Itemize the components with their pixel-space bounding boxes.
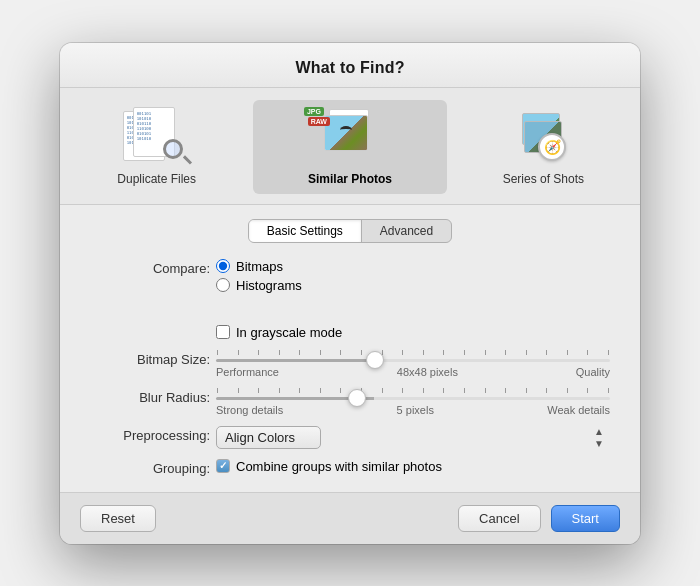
grouping-checkbox[interactable]: ✓ bbox=[216, 459, 230, 473]
category-similar-photos-label: Similar Photos bbox=[308, 172, 392, 186]
compare-bitmaps-radio[interactable] bbox=[216, 259, 230, 273]
right-buttons: Cancel Start bbox=[458, 505, 620, 532]
blur-radius-min-label: Strong details bbox=[216, 404, 283, 416]
bitmap-size-slider-labels: Performance 48x48 pixels Quality bbox=[216, 366, 610, 378]
settings-area: Basic Settings Advanced Compare: Bitmaps… bbox=[60, 205, 640, 492]
preprocessing-dropdown-arrow: ▲ ▼ bbox=[594, 426, 604, 449]
bitmap-size-min-label: Performance bbox=[216, 366, 279, 378]
blur-radius-max-label: Weak details bbox=[547, 404, 610, 416]
start-button[interactable]: Start bbox=[551, 505, 620, 532]
bitmap-size-label: Bitmap Size: bbox=[90, 350, 210, 367]
compass-icon: 🧭 bbox=[544, 139, 561, 155]
blur-radius-slider[interactable] bbox=[216, 397, 610, 400]
grayscale-option[interactable]: In grayscale mode bbox=[216, 325, 342, 340]
compare-bitmaps-option[interactable]: Bitmaps bbox=[216, 259, 302, 274]
category-row: 001101101010010110110100010101101010 001… bbox=[60, 88, 640, 205]
dialog-title: What to Find? bbox=[80, 59, 620, 77]
bitmap-size-control: Performance 48x48 pixels Quality bbox=[216, 350, 610, 378]
tab-advanced[interactable]: Advanced bbox=[362, 220, 451, 242]
compare-histograms-radio[interactable] bbox=[216, 278, 230, 292]
blur-radius-control: Strong details 5 pixels Weak details bbox=[216, 388, 610, 416]
compare-histograms-option[interactable]: Histograms bbox=[216, 278, 302, 293]
category-series-of-shots[interactable]: 🧭 Series of Shots bbox=[447, 100, 640, 194]
grouping-text: Combine groups with similar photos bbox=[236, 459, 442, 474]
preprocessing-label: Preprocessing: bbox=[90, 426, 210, 443]
tab-row: Basic Settings Advanced bbox=[90, 219, 610, 243]
preprocessing-control: Align Colors None Normalize ▲ ▼ bbox=[216, 426, 610, 449]
blur-radius-label: Blur Radius: bbox=[90, 388, 210, 405]
compare-control: Bitmaps Histograms In grayscale mode bbox=[216, 259, 610, 340]
checkmark-icon: ✓ bbox=[219, 461, 227, 471]
bitmap-size-max-label: Quality bbox=[576, 366, 610, 378]
chevron-up-icon: ▲ bbox=[594, 426, 604, 437]
settings-grid: Compare: Bitmaps Histograms In grayscale… bbox=[90, 259, 610, 476]
title-bar: What to Find? bbox=[60, 43, 640, 88]
preprocessing-dropdown-wrapper: Align Colors None Normalize ▲ ▼ bbox=[216, 426, 610, 449]
bitmap-size-center-label: 48x48 pixels bbox=[397, 366, 458, 378]
tab-basic-settings[interactable]: Basic Settings bbox=[249, 220, 361, 242]
blur-radius-center-label: 5 pixels bbox=[397, 404, 434, 416]
compare-bitmaps-label: Bitmaps bbox=[236, 259, 283, 274]
category-similar-photos[interactable]: JPG RAW Similar Photos bbox=[253, 100, 446, 194]
category-duplicate-files[interactable]: 001101101010010110110100010101101010 001… bbox=[60, 100, 253, 194]
bottom-bar: Reset Cancel Start bbox=[60, 492, 640, 544]
what-to-find-dialog: What to Find? 00110110101001011011010001… bbox=[60, 43, 640, 544]
grouping-control: ✓ Combine groups with similar photos bbox=[216, 459, 610, 474]
bitmap-size-slider[interactable] bbox=[216, 359, 610, 362]
tab-group: Basic Settings Advanced bbox=[248, 219, 452, 243]
blur-radius-slider-labels: Strong details 5 pixels Weak details bbox=[216, 404, 610, 416]
duplicate-files-icon: 001101101010010110110100010101101010 001… bbox=[121, 106, 193, 166]
cancel-button[interactable]: Cancel bbox=[458, 505, 540, 532]
category-series-of-shots-label: Series of Shots bbox=[503, 172, 584, 186]
grayscale-checkbox[interactable] bbox=[216, 325, 230, 339]
grayscale-label: In grayscale mode bbox=[236, 325, 342, 340]
grouping-option[interactable]: ✓ Combine groups with similar photos bbox=[216, 459, 610, 474]
grouping-label: Grouping: bbox=[90, 459, 210, 476]
preprocessing-select[interactable]: Align Colors None Normalize bbox=[216, 426, 321, 449]
series-of-shots-icon: 🧭 bbox=[507, 106, 579, 166]
compare-histograms-label: Histograms bbox=[236, 278, 302, 293]
compare-label: Compare: bbox=[90, 259, 210, 276]
reset-button[interactable]: Reset bbox=[80, 505, 156, 532]
category-duplicate-files-label: Duplicate Files bbox=[117, 172, 196, 186]
similar-photos-icon: JPG RAW bbox=[314, 106, 386, 166]
chevron-down-icon: ▼ bbox=[594, 438, 604, 449]
compare-radio-group: Bitmaps Histograms bbox=[216, 259, 302, 293]
